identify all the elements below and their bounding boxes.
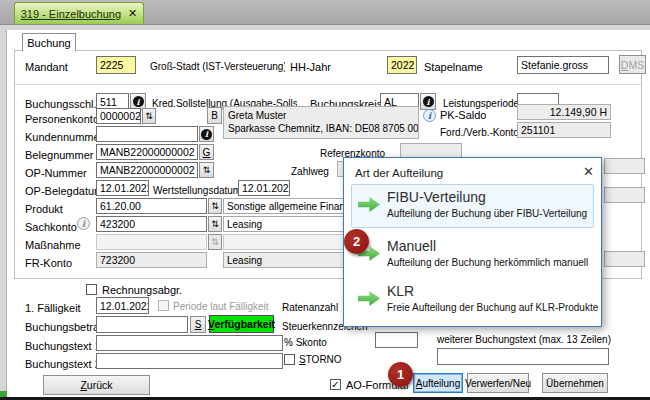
ford-verb-konto-label: Ford./Verb.-Konto bbox=[440, 127, 519, 138]
personenkonto-name: Greta Muster bbox=[228, 109, 414, 122]
stapelname-label: Stapelname bbox=[424, 61, 483, 73]
storno-label: STORNO bbox=[299, 354, 342, 365]
popup-item-klr-title[interactable]: KLR bbox=[387, 283, 414, 299]
rechnungsabgr-checkbox[interactable] bbox=[86, 284, 97, 295]
popup-item-manuell-title[interactable]: Manuell bbox=[387, 238, 436, 254]
info-icon: i bbox=[201, 129, 212, 140]
verwerfen-neu-button[interactable]: Verwerfen/Neu bbox=[467, 373, 529, 393]
bank-info-icon[interactable]: i bbox=[423, 109, 436, 122]
document-tab[interactable]: 319 - Einzelbuchung ✕ bbox=[14, 2, 144, 24]
uebernehmen-button[interactable]: Übernehmen bbox=[542, 373, 608, 393]
sachkonto-label: Sachkonto bbox=[25, 221, 77, 233]
sachkonto-spinner-button[interactable]: ⇅ bbox=[208, 216, 222, 232]
tab-strip-edge bbox=[0, 24, 650, 30]
spinner-icon: ⇅ bbox=[211, 201, 219, 211]
document-tab-label: 319 - Einzelbuchung bbox=[21, 8, 121, 20]
aufteilung-button[interactable]: Aufteilung bbox=[413, 373, 463, 393]
belegnummer-field[interactable]: MANB22000000002 bbox=[96, 144, 198, 160]
application-window: 319 - Einzelbuchung ✕ Buchung Mandant 22… bbox=[0, 0, 650, 400]
info-icon: i bbox=[133, 96, 144, 107]
kundennummer-info-button[interactable]: i bbox=[199, 126, 214, 142]
buchungstext2-field[interactable] bbox=[96, 353, 283, 369]
popup-close-icon[interactable]: ✕ bbox=[583, 164, 594, 179]
ratenanzahl-label: Ratenanzahl bbox=[282, 302, 338, 313]
op-belegdatum-field[interactable]: 12.01.2022 bbox=[96, 180, 149, 196]
op-belegdatum-label: OP-Belegdatum bbox=[25, 185, 103, 197]
wertstellungsdatum-label: Wertstellungsdatum bbox=[153, 185, 241, 196]
produkt-spinner-button[interactable]: ⇅ bbox=[208, 198, 222, 214]
sachkonto-field[interactable]: 423200 bbox=[96, 216, 207, 232]
storno-checkbox[interactable] bbox=[284, 354, 295, 365]
popup-item-fibu-desc: Aufteilung der Buchung über FIBU-Verteil… bbox=[387, 208, 587, 219]
bank-b-button[interactable]: B bbox=[207, 107, 222, 124]
info-icon: i bbox=[423, 96, 434, 107]
tutorial-badge-1: 1 bbox=[388, 362, 413, 387]
leistungsperiode-label: Leistungsperiode bbox=[443, 98, 519, 109]
skonto-label: % Skonto bbox=[284, 337, 327, 348]
personenkonto-field[interactable]: 0000002 bbox=[96, 108, 141, 124]
hh-jahr-label: HH-Jahr bbox=[290, 61, 331, 73]
kundennummer-label: Kundennummer bbox=[25, 131, 103, 143]
wertstellungsdatum-field[interactable]: 12.01.2022 bbox=[238, 180, 290, 196]
pk-saldo-label: PK-Saldo bbox=[440, 109, 486, 121]
op-nummer-spinner-button[interactable]: ⇅ bbox=[199, 162, 214, 178]
produkt-label: Produkt bbox=[25, 203, 63, 215]
popup-item-fibu-title[interactable]: FIBU-Verteilung bbox=[387, 189, 486, 205]
left-gutter bbox=[0, 30, 7, 397]
buchungstext2-label: Buchungstext 2 bbox=[25, 358, 101, 370]
personenkonto-spinner-button[interactable]: ⇅ bbox=[142, 108, 156, 124]
mandant-field[interactable]: 2225 bbox=[96, 56, 136, 74]
spinner-icon: ⇅ bbox=[211, 237, 219, 247]
tab-close-icon[interactable]: ✕ bbox=[128, 7, 137, 20]
buchungstext1-field[interactable] bbox=[96, 335, 283, 351]
ao-formular-checkbox[interactable]: ✓ bbox=[330, 379, 341, 390]
partially-hidden-field bbox=[604, 187, 645, 203]
belegnummer-g-button[interactable]: G bbox=[199, 144, 214, 160]
sachkonto-info-icon: i bbox=[77, 217, 90, 230]
buchungskreis-info-button[interactable]: i bbox=[420, 93, 436, 110]
periode-laut-faelligkeit-label: Periode laut Fälligkeit bbox=[173, 301, 269, 312]
personenkonto-info-box: Greta Muster Sparkasse Chemnitz, IBAN: D… bbox=[223, 106, 419, 139]
kundennummer-field[interactable] bbox=[96, 126, 198, 142]
massnahme-spinner-button: ⇅ bbox=[208, 234, 222, 250]
stapelname-field[interactable]: Stefanie.gross bbox=[517, 56, 609, 74]
massnahme-label: Maßnahme bbox=[25, 239, 81, 251]
popup-item-klr-desc: Freie Aufteilung der Buchung auf KLR-Pro… bbox=[387, 302, 598, 313]
partially-hidden-field bbox=[604, 251, 645, 267]
produkt-field[interactable]: 61.20.00 bbox=[96, 198, 207, 214]
fr-konto-label: FR-Konto bbox=[25, 257, 72, 269]
ford-verb-konto-field: 251101 bbox=[517, 122, 611, 138]
buchungsbetrag-field[interactable] bbox=[96, 316, 188, 333]
rechnungsabgr-label: Rechnungsabgr. bbox=[102, 284, 182, 296]
partially-hidden-field bbox=[604, 158, 645, 174]
soll-haben-s-button[interactable]: S bbox=[190, 316, 206, 333]
tab-buchung-label: Buchung bbox=[27, 37, 70, 49]
verfuegbarkeit-button[interactable]: Verfügbarkeit bbox=[209, 315, 274, 333]
faelligkeit-label: 1. Fälligkeit bbox=[25, 302, 81, 314]
tutorial-badge-2: 2 bbox=[344, 229, 369, 254]
popup-item-manuell-desc: Aufteilung der Buchung herkömmlich manue… bbox=[387, 257, 588, 268]
buchungstext1-label: Buchungstext 1 bbox=[25, 340, 101, 352]
dms-button[interactable]: DMS bbox=[619, 55, 646, 74]
fr-konto-field: 723200 bbox=[96, 252, 207, 268]
tab-buchung[interactable]: Buchung bbox=[22, 33, 76, 51]
group-separator bbox=[15, 84, 641, 85]
belegnummer-label: Belegnummer bbox=[25, 149, 93, 161]
popup-title: Art der Aufteilung bbox=[355, 167, 443, 179]
mandant-description: Groß-Stadt (IST-Versteuerung) bbox=[150, 61, 285, 72]
zurueck-button[interactable]: Zurück bbox=[43, 375, 150, 395]
weiterer-buchungstext-field[interactable] bbox=[437, 348, 609, 365]
personenkonto-label: Personenkonto bbox=[25, 113, 99, 125]
spinner-icon: ⇅ bbox=[203, 165, 211, 175]
spinner-icon: ⇅ bbox=[211, 219, 219, 229]
buchungsbetrag-label: Buchungsbetrag bbox=[25, 321, 105, 333]
aufteilung-popup: Art der Aufteilung ✕ FIBU-Verteilung Auf… bbox=[343, 157, 602, 327]
buchungsschluessel-label: Buchungsschl. bbox=[25, 98, 97, 110]
op-nummer-field[interactable]: MANB22000000002 bbox=[96, 162, 198, 178]
skonto-field[interactable] bbox=[375, 332, 418, 348]
weiterer-buchungstext-label: weiterer Buchungstext (max. 13 Zeilen) bbox=[437, 334, 611, 345]
hh-jahr-field[interactable]: 2022 bbox=[387, 56, 417, 74]
faelligkeit-field[interactable]: 12.01.2022 bbox=[96, 297, 149, 314]
check-icon: ✓ bbox=[331, 379, 339, 390]
periode-laut-faelligkeit-checkbox bbox=[158, 300, 169, 311]
